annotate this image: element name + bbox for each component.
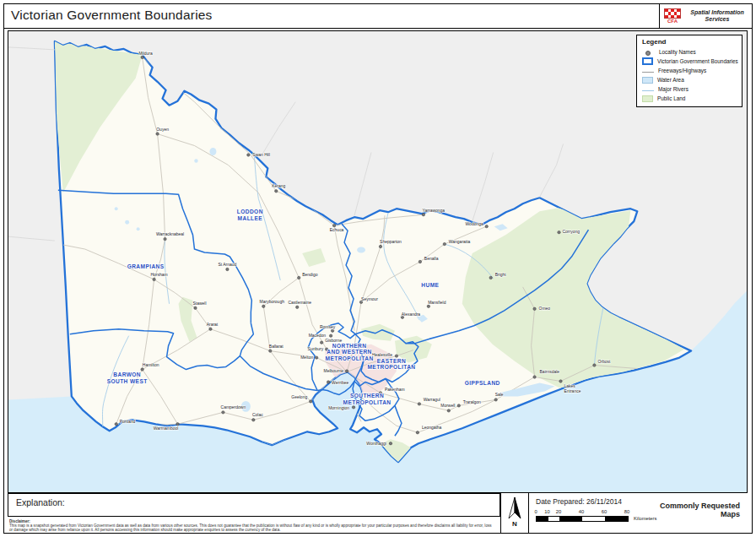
town-marker — [427, 305, 429, 307]
scale-cell: Date Prepared: 26/11/2014 01020406080 Ki… — [529, 493, 656, 533]
town-marker — [141, 56, 143, 58]
town-marker — [331, 329, 333, 332]
town-marker — [141, 368, 143, 371]
town-label: Bendigo — [302, 272, 317, 277]
map-document: Victorian Government Boundaries CFA Spat… — [0, 0, 756, 537]
town-label: Wodonga — [466, 221, 483, 226]
town-marker — [296, 306, 299, 308]
scale-tick-label: 40 — [579, 509, 584, 514]
cfa-logo-icon: CFA — [664, 8, 681, 24]
lake-tyrrell — [209, 148, 216, 155]
town-marker — [269, 350, 272, 352]
waranga-basin — [357, 247, 365, 253]
legend-item: Freeways/Highways — [642, 66, 738, 75]
town-marker — [164, 237, 166, 240]
cfa-checker-icon — [664, 8, 681, 19]
region-label: GIPPSLAND — [465, 380, 500, 386]
town-marker — [559, 380, 562, 382]
town-label: Melbourne — [324, 368, 344, 373]
page-title: Victorian Government Boundaries — [11, 8, 213, 23]
scale-tick-label: 20 — [556, 509, 561, 514]
town-label: Pakenham — [385, 387, 405, 392]
legend-item-label: Victorian Government Boundaries — [657, 58, 738, 64]
legend-item: Locality Names — [642, 47, 738, 57]
town-label: Echuca — [330, 227, 344, 232]
town-label: Shepparton — [380, 239, 402, 244]
legend-item-label: Major Rivers — [658, 86, 688, 92]
small-lake-west — [115, 207, 118, 210]
town-label: Wangaratta — [449, 239, 471, 244]
town-label: Ballarat — [269, 344, 284, 349]
town-marker — [489, 276, 492, 279]
explanation-box: Explanation: — [8, 493, 500, 517]
town-marker — [418, 403, 420, 405]
town-marker — [389, 442, 392, 445]
scale-tick-label: 10 — [544, 509, 549, 514]
town-label: Healesville — [372, 352, 392, 357]
town-marker — [320, 341, 322, 344]
north-arrow-icon — [506, 496, 523, 522]
cfa-logo-text: CFA — [667, 19, 678, 24]
town-marker — [247, 154, 250, 156]
scale-unit: Kilometers — [634, 516, 656, 521]
town-marker — [153, 278, 155, 280]
north-arrow-cell: N — [501, 493, 529, 533]
town-marker — [156, 133, 159, 135]
town-label: Mornington — [328, 405, 349, 410]
town-label: Warracknabeal — [156, 231, 184, 236]
town-label: Omeo — [539, 306, 551, 311]
town-marker — [209, 328, 212, 330]
boundary-swatch-icon — [642, 57, 653, 65]
town-label: Romsey — [320, 324, 336, 329]
publicland-swatch-icon — [642, 95, 653, 102]
scale-bar-segment — [605, 517, 628, 521]
town-label: Castlemaine — [288, 300, 311, 305]
scale-bar-segments — [536, 516, 629, 522]
town-marker — [194, 306, 197, 309]
town-marker — [222, 411, 224, 414]
footer-right: N Date Prepared: 26/11/2014 01020406080 … — [500, 493, 748, 533]
town-label: Yarrawonga — [423, 208, 446, 213]
region-label: SOUTHERNMETROPOLITAN — [343, 393, 392, 405]
legend-item: Public Land — [642, 94, 738, 103]
disclaimer: Disclaimer: This map is a snapshot gener… — [9, 519, 494, 532]
town-marker — [416, 431, 418, 434]
town-marker — [418, 260, 421, 263]
legend-items: Locality NamesVictorian Government Bound… — [642, 47, 738, 103]
town-label: Colac — [252, 412, 263, 417]
town-marker — [315, 356, 317, 359]
town-label: Mansfield — [428, 300, 446, 305]
town-label: Ouyen — [156, 127, 169, 132]
river-line-icon — [642, 90, 654, 91]
legend-item: Victorian Government Boundaries — [642, 57, 738, 66]
town-marker — [226, 268, 229, 270]
lake-hindmarsh — [125, 220, 129, 225]
town-marker — [252, 419, 255, 421]
town-label: Kerang — [272, 183, 285, 188]
org-name-line2: Services — [685, 16, 749, 23]
legend-item-label: Locality Names — [659, 49, 696, 55]
town-marker — [327, 381, 329, 383]
scale-tick-label: 60 — [602, 509, 607, 514]
scale-bar-segment — [537, 517, 548, 521]
region-label: HUME — [421, 282, 439, 288]
date-prepared: Date Prepared: 26/11/2014 — [536, 497, 656, 506]
town-label: Swan Hill — [252, 152, 270, 157]
legend-title: Legend — [642, 38, 738, 46]
town-marker — [443, 242, 446, 245]
scale-bar-segment — [559, 517, 582, 521]
town-marker — [485, 225, 488, 227]
town-label: Melton — [300, 355, 313, 360]
town-marker — [275, 190, 278, 193]
disclaimer-body: This map is a snapshot generated from Vi… — [9, 523, 494, 532]
town-label: Sale — [495, 392, 504, 397]
town-marker — [447, 410, 450, 412]
scale-bar-segment — [548, 517, 560, 521]
scale-tick-label: 0 — [534, 509, 537, 514]
town-label: Geelong — [291, 394, 307, 399]
region-label: NORTHERNAND WESTERNMETROPOLITAN — [326, 343, 374, 361]
org-name-line1: Spatial Information — [685, 9, 749, 16]
town-label: Bright — [495, 272, 507, 277]
lake-albacutya — [137, 227, 140, 231]
town-marker — [593, 364, 596, 366]
